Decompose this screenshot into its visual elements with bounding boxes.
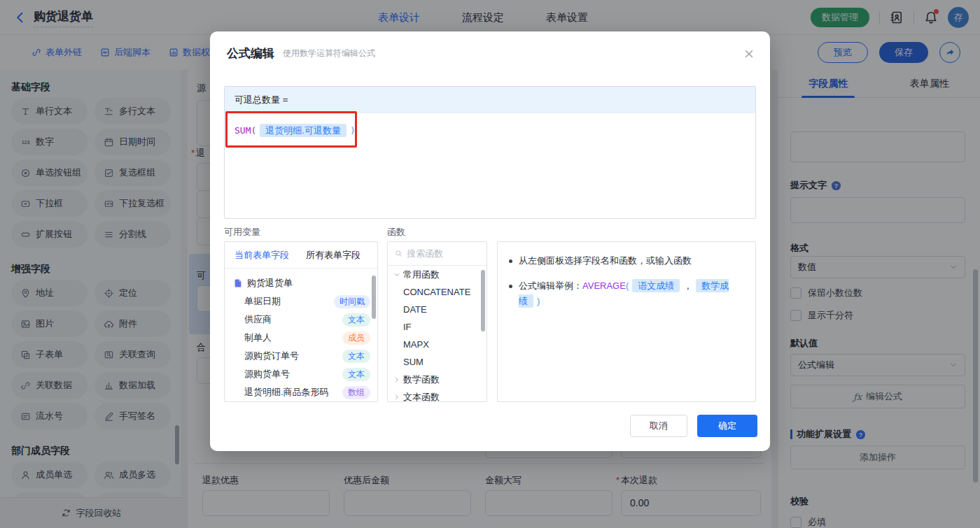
tab-current-form-fields[interactable]: 当前表单字段 (234, 249, 289, 262)
function-item[interactable]: MAPX (388, 336, 486, 353)
variable-row[interactable]: 源购货订单号文本 (225, 347, 377, 365)
example-function-name: AVERAGE (582, 280, 626, 291)
function-group-text[interactable]: 文本函数 (388, 388, 486, 402)
functions-scrollbar[interactable] (481, 270, 485, 331)
formula-help-panel: 从左侧面板选择字段名和函数，或输入函数 公式编辑举例：AVERAGE(语文成绩，… (497, 241, 756, 402)
search-icon (395, 249, 402, 258)
functions-panel: 常用函数 CONCATENATE DATE IF MAPX SUM 数学函数 文… (387, 241, 487, 402)
formula-function: SUM( (234, 125, 256, 136)
variable-row[interactable]: 退货明细.商品条形码数组 (225, 383, 377, 401)
formula-target-bar: 可退总数量 = (225, 87, 755, 113)
variable-row[interactable]: 单据日期时间戳 (225, 292, 377, 311)
example-chip: 语文成绩 (632, 279, 680, 292)
type-badge-text: 文本 (342, 313, 370, 327)
formula-close-paren: ) (350, 125, 356, 136)
function-item[interactable]: DATE (388, 301, 486, 318)
function-search (388, 242, 486, 266)
variable-row[interactable]: 供应商文本 (225, 311, 377, 329)
variables-section-label: 可用变量 (224, 226, 260, 238)
help-tip: 从左侧面板选择字段名和函数，或输入函数 (519, 253, 692, 269)
type-badge-text: 文本 (342, 350, 370, 363)
type-badge-member: 成员 (342, 331, 370, 345)
close-icon[interactable] (743, 48, 755, 59)
chevron-right-icon (393, 376, 400, 383)
function-item[interactable]: SUM (388, 353, 486, 371)
formula-editor-modal: 公式编辑 使用数学运算符编辑公式 可退总数量 = SUM(退货明细.可退数量) … (210, 31, 770, 451)
chevron-right-icon (393, 394, 400, 401)
modal-title: 公式编辑 (227, 45, 274, 62)
form-designer-app: 购货退货单 表单设计 流程设定 表单设置 数据管理 存 表单外链 后端脚本 数据… (0, 0, 980, 528)
variables-panel: 当前表单字段 所有表单字段 购货退货单 单据日期时间戳 供应商文本 制单人成员 … (224, 241, 378, 402)
help-example: 公式编辑举例：AVERAGE(语文成绩，数学成绩) (519, 278, 744, 309)
variable-row[interactable]: 制单人成员 (225, 329, 377, 347)
type-badge-text: 文本 (342, 368, 370, 381)
variable-row[interactable]: 源购货单号文本 (225, 365, 377, 383)
variable-tree-root[interactable]: 购货退货单 (225, 274, 377, 292)
type-badge-timestamp: 时间戳 (334, 295, 370, 308)
bullet-dot (509, 285, 512, 288)
function-group-math[interactable]: 数学函数 (388, 371, 486, 388)
confirm-button[interactable]: 确定 (697, 415, 757, 437)
function-search-input[interactable] (407, 248, 479, 259)
function-item[interactable]: IF (388, 318, 486, 336)
type-badge-array: 数组 (342, 386, 370, 399)
function-group-common[interactable]: 常用函数 (388, 266, 486, 283)
tab-all-form-fields[interactable]: 所有表单字段 (306, 249, 360, 262)
modal-subtitle: 使用数学运算符编辑公式 (283, 48, 375, 59)
formula-editor-box: 可退总数量 = SUM(退货明细.可退数量) (224, 86, 756, 219)
file-icon (233, 278, 243, 288)
function-item[interactable]: CONCATENATE (388, 283, 486, 301)
bullet-dot (509, 259, 512, 263)
formula-input-area[interactable]: SUM(退货明细.可退数量) (225, 113, 755, 148)
functions-section-label: 函数 (387, 226, 405, 238)
formula-field-chip[interactable]: 退货明细.可退数量 (260, 124, 346, 137)
chevron-down-icon (393, 271, 400, 278)
variables-scrollbar[interactable] (372, 276, 376, 319)
cancel-button[interactable]: 取消 (630, 415, 687, 437)
